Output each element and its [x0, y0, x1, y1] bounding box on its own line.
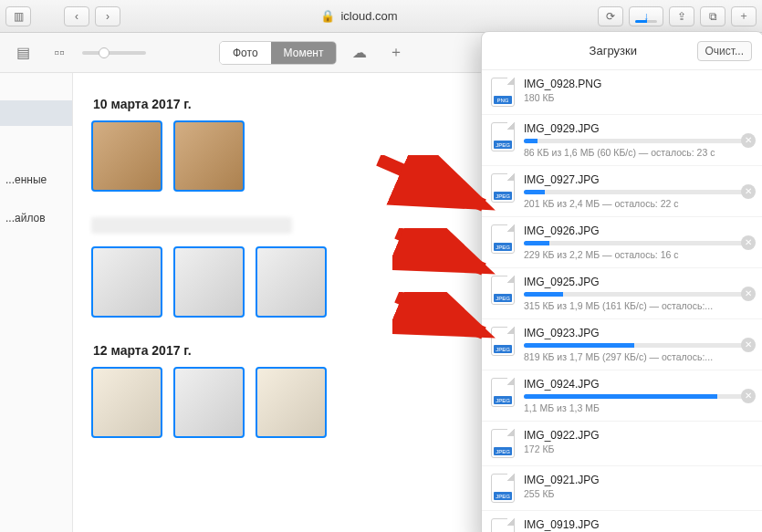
download-item[interactable]: JPEGIMG_0923.JPG819 КБ из 1,7 МБ (297 КБ…: [482, 319, 762, 370]
browser-toolbar: ▥ ‹ › 🔒 icloud.com ⟳ ↓ ⇪ ⧉ ＋: [0, 0, 762, 33]
file-icon: JPEG: [491, 327, 515, 356]
download-subtext: 229 КБ из 2,2 МБ — осталось: 16 с: [524, 249, 754, 260]
download-item[interactable]: JPEGIMG_0922.JPG172 КБ: [482, 422, 762, 466]
downloads-clear-button[interactable]: Очист...: [697, 41, 752, 61]
file-icon: JPEG: [491, 429, 515, 458]
share-button[interactable]: ⇪: [669, 6, 694, 26]
grid-size-icon: ▫▫: [46, 41, 73, 65]
add-icon[interactable]: ＋: [382, 41, 410, 65]
thumbnail-size-slider[interactable]: [82, 51, 146, 55]
download-filename: IMG_0928.PNG: [524, 78, 754, 90]
download-progress-bar: [524, 292, 754, 297]
download-body: IMG_0922.JPG172 КБ: [524, 429, 754, 454]
downloads-indicator[interactable]: ↓: [629, 6, 663, 26]
sidebar-selection[interactable]: [0, 100, 72, 126]
download-subtext: 315 КБ из 1,9 МБ (161 КБ/с) — осталось:.…: [524, 300, 754, 311]
photo-thumbnail[interactable]: [91, 120, 162, 192]
download-progress-bar: [524, 139, 754, 143]
download-progress-bar: [524, 343, 754, 348]
download-filename: IMG_0924.JPG: [524, 378, 754, 391]
segment-moments[interactable]: Момент: [271, 42, 337, 64]
download-body: IMG_0929.JPG86 КБ из 1,6 МБ (60 КБ/с) — …: [524, 122, 754, 158]
file-icon: PNG: [491, 78, 515, 107]
download-subtext: 86 КБ из 1,6 МБ (60 КБ/с) — осталось: 23…: [524, 147, 754, 158]
download-body: IMG_0924.JPG1,1 МБ из 1,3 МБ: [524, 378, 754, 413]
photo-thumbnail[interactable]: [91, 246, 162, 318]
upload-icon[interactable]: ☁︎: [346, 41, 373, 65]
nav-back-button[interactable]: ‹: [64, 6, 89, 26]
download-item[interactable]: PNGIMG_0928.PNG180 КБ: [482, 70, 762, 115]
sidebar-toggle-button[interactable]: ▥: [5, 6, 31, 26]
download-body: IMG_0926.JPG229 КБ из 2,2 МБ — осталось:…: [524, 224, 754, 260]
address-bar[interactable]: 🔒 icloud.com: [126, 9, 592, 23]
downloads-panel: Загрузки Очист... PNGIMG_0928.PNG180 КБJ…: [481, 31, 762, 532]
cancel-download-button[interactable]: ✕: [741, 338, 756, 352]
photo-thumbnail[interactable]: [256, 246, 327, 318]
new-tab-button[interactable]: ＋: [731, 6, 757, 26]
file-icon: JPEG: [491, 224, 515, 254]
cancel-download-button[interactable]: ✕: [741, 389, 756, 403]
download-mini-progress: [635, 20, 657, 23]
file-icon: JPEG: [491, 276, 515, 305]
download-body: IMG_0928.PNG180 КБ: [524, 78, 754, 103]
download-item[interactable]: JPEGIMG_0919.JPG206 КБ: [482, 511, 762, 532]
download-subtext: 819 КБ из 1,7 МБ (297 КБ/с) — осталось:.…: [524, 351, 754, 362]
reload-button[interactable]: ⟳: [598, 6, 623, 26]
download-subtext: 255 КБ: [524, 488, 754, 499]
download-body: IMG_0921.JPG255 КБ: [524, 474, 754, 499]
tabs-button[interactable]: ⧉: [700, 6, 725, 26]
file-icon: JPEG: [491, 122, 515, 151]
photo-thumbnail[interactable]: [173, 367, 245, 438]
lock-icon: 🔒: [320, 9, 335, 23]
group-title-blurred: [91, 217, 292, 234]
sidebar-item-files[interactable]: ...айлов: [0, 208, 72, 228]
download-filename: IMG_0929.JPG: [524, 122, 754, 135]
download-subtext: 172 КБ: [524, 443, 754, 454]
file-icon: JPEG: [491, 474, 515, 503]
photo-thumbnail[interactable]: [91, 367, 162, 438]
download-progress-bar: [524, 190, 754, 194]
download-filename: IMG_0927.JPG: [524, 173, 754, 186]
download-filename: IMG_0921.JPG: [524, 474, 754, 486]
download-subtext: 180 КБ: [524, 92, 754, 103]
download-filename: IMG_0919.JPG: [524, 518, 754, 531]
download-item[interactable]: JPEGIMG_0927.JPG201 КБ из 2,4 МБ — остал…: [482, 166, 762, 217]
view-segmented-control: Фото Момент: [219, 41, 337, 65]
download-filename: IMG_0926.JPG: [524, 224, 754, 237]
downloads-list: PNGIMG_0928.PNG180 КБJPEGIMG_0929.JPG86 …: [482, 70, 762, 532]
address-domain: icloud.com: [340, 9, 397, 23]
photo-thumbnail[interactable]: [173, 246, 245, 318]
download-filename: IMG_0923.JPG: [524, 327, 754, 339]
download-subtext: 1,1 МБ из 1,3 МБ: [524, 402, 754, 413]
nav-forward-button[interactable]: ›: [95, 6, 120, 26]
download-item[interactable]: JPEGIMG_0929.JPG86 КБ из 1,6 МБ (60 КБ/с…: [482, 115, 762, 166]
layout-icon[interactable]: ▤: [9, 41, 37, 65]
download-filename: IMG_0922.JPG: [524, 429, 754, 442]
download-body: IMG_0923.JPG819 КБ из 1,7 МБ (297 КБ/с) …: [524, 327, 754, 362]
download-item[interactable]: JPEGIMG_0925.JPG315 КБ из 1,9 МБ (161 КБ…: [482, 268, 762, 319]
sidebar-item-recent[interactable]: ...енные: [0, 170, 72, 190]
segment-photos[interactable]: Фото: [220, 42, 271, 64]
downloads-header: Загрузки Очист...: [482, 32, 762, 70]
download-filename: IMG_0925.JPG: [524, 276, 754, 288]
file-icon: JPEG: [491, 378, 515, 407]
download-progress-bar: [524, 394, 754, 399]
download-progress-bar: [524, 241, 754, 245]
photo-thumbnail[interactable]: [173, 120, 245, 192]
download-body: IMG_0927.JPG201 КБ из 2,4 МБ — осталось:…: [524, 173, 754, 209]
download-item[interactable]: JPEGIMG_0926.JPG229 КБ из 2,2 МБ — остал…: [482, 217, 762, 268]
cancel-download-button[interactable]: ✕: [741, 184, 756, 199]
download-subtext: 201 КБ из 2,4 МБ — осталось: 22 с: [524, 198, 754, 209]
download-body: IMG_0919.JPG206 КБ: [524, 518, 754, 532]
file-icon: JPEG: [491, 518, 515, 532]
file-icon: JPEG: [491, 173, 515, 203]
downloads-title: Загрузки: [529, 44, 697, 57]
cancel-download-button[interactable]: ✕: [741, 235, 756, 250]
download-item[interactable]: JPEGIMG_0924.JPG1,1 МБ из 1,3 МБ✕: [482, 370, 762, 422]
download-item[interactable]: JPEGIMG_0921.JPG255 КБ: [482, 466, 762, 511]
cancel-download-button[interactable]: ✕: [741, 287, 756, 301]
cancel-download-button[interactable]: ✕: [741, 133, 756, 148]
sidebar: ...енные ...айлов: [0, 73, 73, 532]
download-body: IMG_0925.JPG315 КБ из 1,9 МБ (161 КБ/с) …: [524, 276, 754, 311]
photo-thumbnail[interactable]: [256, 367, 327, 438]
